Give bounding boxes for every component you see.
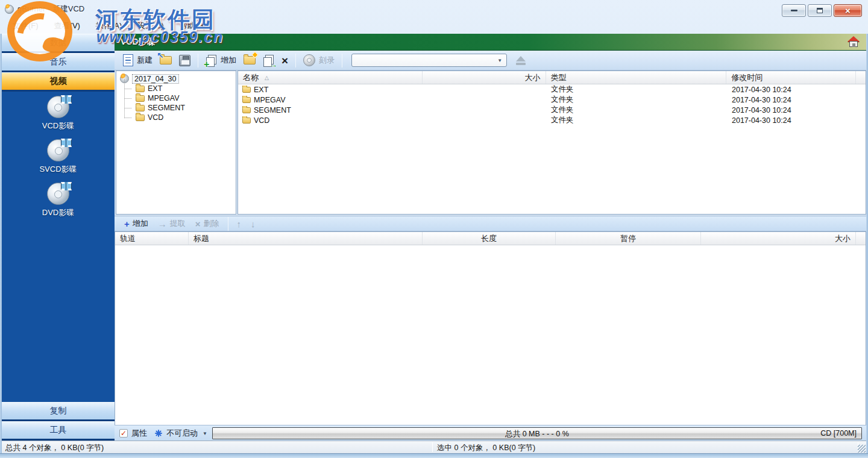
track-delete-label: 删除 bbox=[204, 218, 219, 229]
column-header-title[interactable]: 标题 bbox=[189, 232, 423, 245]
open-button[interactable]: ↖ bbox=[156, 54, 175, 66]
file-modified: 2017-04-30 10:24 bbox=[727, 96, 857, 104]
add-files-icon: + bbox=[206, 55, 217, 66]
toolbar-separator bbox=[342, 54, 342, 67]
delete-x-icon: × bbox=[195, 219, 201, 228]
drive-select[interactable]: ▼ bbox=[351, 54, 507, 67]
burn-button[interactable]: 刻录 bbox=[300, 52, 338, 68]
file-row[interactable]: SEGMENT 文件夹 2017-04-30 10:24 bbox=[238, 105, 866, 115]
status-selected: 选中 0 个对象， 0 KB(0 字节) bbox=[437, 443, 535, 453]
tree-node-vcd[interactable]: VCD bbox=[116, 113, 236, 122]
add-files-button[interactable]: + 增加 bbox=[202, 53, 240, 68]
home-icon[interactable] bbox=[847, 36, 860, 48]
track-list: 轨道 标题 长度 暂停 大小 bbox=[115, 231, 866, 425]
combo-caret-icon[interactable]: ▼ bbox=[496, 58, 503, 63]
track-add-label: 增加 bbox=[133, 218, 148, 229]
close-icon: × bbox=[845, 6, 851, 15]
column-header-track[interactable]: 轨道 bbox=[115, 232, 189, 245]
eject-button[interactable] bbox=[512, 54, 529, 67]
column-header-size[interactable]: 大小 bbox=[701, 232, 856, 245]
window-title: gBurner - 新建VCD bbox=[17, 4, 84, 14]
svcd-disc-icon bbox=[47, 139, 69, 162]
tree-node-ext[interactable]: EXT bbox=[116, 84, 236, 93]
file-name: VCD bbox=[254, 116, 269, 125]
sidebar-item-dvd[interactable]: DVD影碟 bbox=[42, 183, 74, 218]
window-border-bottom bbox=[0, 453, 868, 458]
file-list-header: 名称 △ 大小 类型 修改时间 bbox=[238, 71, 866, 84]
app-window: gBurner - 新建VCD × 文件(F) 查看(V) 操作(A) 设置(S… bbox=[0, 0, 868, 458]
new-button[interactable]: 新建 bbox=[119, 52, 156, 68]
sidebar-tab-music[interactable]: 音乐 bbox=[2, 53, 115, 72]
column-header-modified[interactable]: 修改时间 bbox=[726, 71, 856, 84]
resize-grip[interactable] bbox=[858, 445, 866, 453]
move-up-button[interactable]: ↑ bbox=[232, 218, 247, 230]
folder-icon bbox=[136, 95, 145, 102]
sidebar-tab-video[interactable]: 视频 bbox=[2, 72, 115, 92]
close-button[interactable]: × bbox=[834, 4, 862, 17]
track-extract-button[interactable]: → 提取 bbox=[153, 217, 190, 230]
file-row[interactable]: VCD 文件夹 2017-04-30 10:24 bbox=[238, 115, 866, 125]
column-header-pause[interactable]: 暂停 bbox=[556, 232, 701, 245]
track-add-button[interactable]: + 增加 bbox=[119, 217, 153, 230]
filmstrip-icon bbox=[61, 182, 72, 190]
save-button[interactable] bbox=[175, 53, 194, 68]
folder-icon bbox=[242, 97, 251, 103]
sidebar-item-label: VCD影碟 bbox=[42, 121, 74, 131]
file-modified: 2017-04-30 10:24 bbox=[727, 116, 857, 125]
new-folder-icon bbox=[244, 56, 256, 64]
tree-node-label: VCD bbox=[148, 113, 163, 122]
extract-files-button[interactable]: → bbox=[259, 53, 278, 68]
properties-button[interactable]: ✓ 属性 bbox=[119, 425, 147, 441]
main-toolbar: 新建 ↖ + 增加 → × bbox=[115, 51, 866, 71]
column-header-length[interactable]: 长度 bbox=[423, 232, 556, 245]
capacity-text: 总共 0 MB - - - 0 % bbox=[213, 429, 861, 439]
track-list-header: 轨道 标题 长度 暂停 大小 bbox=[115, 232, 866, 245]
menu-help[interactable]: 帮助(H) bbox=[172, 18, 214, 34]
new-folder-button[interactable] bbox=[240, 54, 259, 66]
move-down-button[interactable]: ↓ bbox=[246, 218, 260, 230]
maximize-button[interactable] bbox=[808, 4, 832, 17]
filmstrip-icon bbox=[61, 139, 72, 147]
boot-asterisk-icon bbox=[154, 429, 163, 438]
tree-node-label: MPEGAV bbox=[148, 94, 180, 102]
delete-files-button[interactable]: × bbox=[278, 53, 292, 68]
menu-bar: 文件(F) 查看(V) 操作(A) 设置(S) 帮助(H) bbox=[0, 18, 868, 34]
folder-icon bbox=[242, 87, 251, 93]
status-total: 总共 4 个对象， 0 KB(0 字节) bbox=[5, 443, 104, 453]
sidebar-panel-video: VCD影碟 SVCD影碟 DVD影碟 bbox=[2, 92, 115, 402]
sidebar-tab-data[interactable]: 数据 bbox=[2, 34, 115, 53]
boot-dropdown[interactable]: 不可启动 ▼ bbox=[154, 425, 207, 441]
column-header-name[interactable]: 名称 △ bbox=[238, 71, 423, 84]
new-document-icon bbox=[123, 54, 133, 66]
sidebar-tab-tools[interactable]: 工具 bbox=[2, 421, 115, 441]
open-arrow-icon: ↖ bbox=[157, 51, 164, 60]
properties-check-icon: ✓ bbox=[119, 429, 128, 438]
track-delete-button[interactable]: × 删除 bbox=[190, 217, 224, 230]
file-row[interactable]: EXT 文件夹 2017-04-30 10:24 bbox=[238, 84, 866, 95]
move-up-icon: ↑ bbox=[237, 219, 242, 228]
minimize-button[interactable] bbox=[782, 4, 806, 17]
sidebar-tab-copy[interactable]: 复制 bbox=[2, 402, 115, 421]
tree-root[interactable]: 2017_04_30 bbox=[116, 74, 236, 84]
file-name: MPEGAV bbox=[254, 96, 286, 104]
section-header: VCD影碟 bbox=[115, 34, 866, 51]
sidebar-item-svcd[interactable]: SVCD影碟 bbox=[39, 139, 77, 175]
column-header-type[interactable]: 类型 bbox=[546, 71, 727, 84]
file-row[interactable]: MPEGAV 文件夹 2017-04-30 10:24 bbox=[238, 95, 866, 105]
menu-file[interactable]: 文件(F) bbox=[5, 18, 46, 34]
tree-node-mpegav[interactable]: MPEGAV bbox=[116, 93, 236, 103]
folder-icon bbox=[242, 118, 251, 124]
folder-tree: 2017_04_30 EXT MPEGAV SEGMENT VCD bbox=[116, 71, 236, 215]
tree-node-segment[interactable]: SEGMENT bbox=[116, 103, 236, 113]
burn-disc-icon bbox=[303, 54, 315, 66]
menu-view[interactable]: 查看(V) bbox=[46, 18, 88, 34]
track-list-body[interactable] bbox=[115, 245, 866, 425]
file-modified: 2017-04-30 10:24 bbox=[727, 106, 857, 114]
title-bar[interactable]: gBurner - 新建VCD × bbox=[0, 0, 868, 18]
menu-settings[interactable]: 设置(S) bbox=[130, 18, 171, 34]
column-header-size[interactable]: 大小 bbox=[423, 71, 546, 84]
sidebar-item-vcd[interactable]: VCD影碟 bbox=[42, 96, 74, 131]
sidebar: 数据 音乐 视频 VCD影碟 SVCD影碟 DVD影碟 复制 工具 bbox=[2, 34, 115, 441]
menu-action[interactable]: 操作(A) bbox=[88, 18, 130, 34]
file-type: 文件夹 bbox=[546, 84, 727, 95]
